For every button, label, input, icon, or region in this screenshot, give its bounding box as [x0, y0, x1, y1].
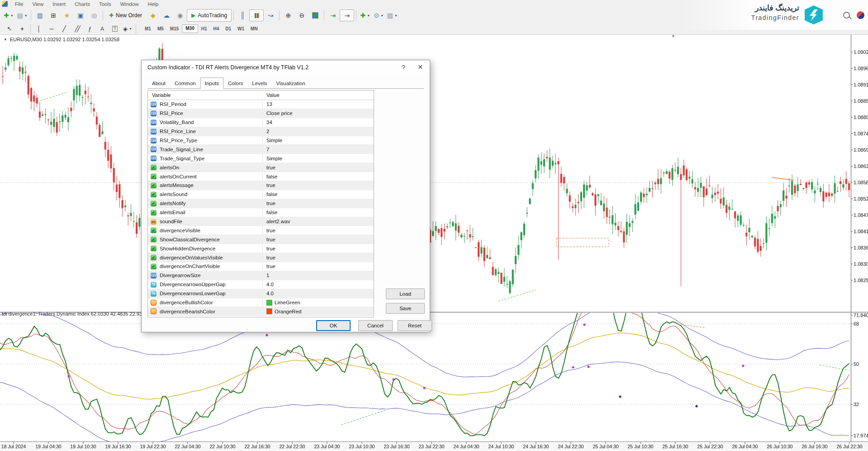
- value-cell[interactable]: Simple: [262, 156, 374, 161]
- templates-button[interactable]: ▨▼: [385, 10, 399, 21]
- one-click-expand-icon[interactable]: ▼: [4, 38, 7, 42]
- load-button[interactable]: Load: [386, 288, 425, 299]
- tab-colors[interactable]: Colors: [223, 78, 247, 89]
- timeframe-h4[interactable]: H4: [210, 25, 223, 33]
- autotrading-button[interactable]: ▶AutoTrading: [187, 9, 232, 22]
- tab-inputs[interactable]: Inputs: [200, 77, 223, 89]
- table-row[interactable]: ✓alertsOntrue: [148, 163, 374, 172]
- channel-button[interactable]: ╱╱: [71, 24, 83, 34]
- table-row[interactable]: ½DivergencearrowsUpperGap4.0: [148, 280, 374, 289]
- value-cell[interactable]: Close price: [262, 110, 374, 116]
- table-row[interactable]: ✓ShowClassicalDivergencetrue: [148, 235, 374, 244]
- tile-windows-button[interactable]: [308, 10, 322, 21]
- value-cell[interactable]: 4.0: [262, 282, 374, 287]
- table-row[interactable]: 123Volatility_Band34: [148, 118, 374, 127]
- menu-charts[interactable]: Charts: [70, 1, 95, 7]
- navigator-button[interactable]: ★: [60, 10, 74, 21]
- terminal-button[interactable]: ▣: [74, 10, 87, 21]
- profiles-button[interactable]: ▤▼: [15, 10, 29, 21]
- menu-view[interactable]: View: [28, 1, 48, 7]
- table-row[interactable]: divergenceBearishColorOrangeRed: [148, 307, 374, 316]
- menu-help[interactable]: Help: [143, 1, 163, 7]
- menu-tools[interactable]: Tools: [95, 1, 116, 7]
- timeframe-w1[interactable]: W1: [234, 25, 247, 33]
- timeframe-m5[interactable]: M5: [154, 25, 167, 33]
- value-cell[interactable]: Simple: [262, 138, 374, 143]
- price-chart-canvas[interactable]: [0, 0, 868, 451]
- bar-chart-button[interactable]: ║: [236, 10, 249, 21]
- search-icon[interactable]: [843, 12, 850, 19]
- trendline-button[interactable]: ╱: [58, 24, 71, 34]
- indicators-button[interactable]: ✚▼: [358, 10, 372, 21]
- metaeditor-button[interactable]: ◆: [146, 10, 160, 21]
- arrows-button[interactable]: ◈▼: [121, 24, 134, 34]
- table-row[interactable]: 123RSI_Price_Line2: [148, 127, 374, 136]
- periods-button[interactable]: ⊙▼: [372, 10, 385, 21]
- value-cell[interactable]: true: [262, 228, 374, 233]
- vertical-line-button[interactable]: │: [33, 24, 45, 34]
- dialog-help-button[interactable]: ?: [402, 64, 405, 71]
- timeframe-mn[interactable]: MN: [247, 25, 261, 33]
- timeframe-d1[interactable]: D1: [222, 25, 234, 33]
- candlestick-chart-button[interactable]: [249, 10, 264, 21]
- text-label-button[interactable]: T: [109, 24, 121, 34]
- strategy-tester-button[interactable]: ◎: [87, 10, 101, 21]
- cancel-button[interactable]: Cancel: [358, 320, 393, 331]
- value-cell[interactable]: true: [262, 165, 374, 170]
- tab-visualization[interactable]: Visualization: [272, 78, 310, 89]
- menu-file[interactable]: File: [10, 1, 28, 7]
- value-cell[interactable]: alert2.wav: [262, 219, 374, 224]
- new-order-button[interactable]: ✚New Order: [105, 10, 146, 21]
- save-button[interactable]: Save: [386, 303, 425, 314]
- value-cell[interactable]: false: [262, 192, 374, 197]
- tab-common[interactable]: Common: [170, 78, 200, 89]
- dialog-close-icon[interactable]: ✕: [417, 63, 423, 71]
- table-row[interactable]: 123RSI_Period13: [148, 100, 374, 109]
- value-cell[interactable]: true: [262, 246, 374, 251]
- inputs-table[interactable]: Variable Value 123RSI_Period13123RSI_Pri…: [147, 90, 374, 317]
- table-row[interactable]: ✓alertsEmailfalse: [148, 208, 374, 217]
- value-cell[interactable]: true: [262, 182, 374, 188]
- horizontal-line-button[interactable]: ─: [45, 24, 58, 34]
- ok-button[interactable]: OK: [316, 320, 351, 331]
- table-row[interactable]: ½DivergencearrowsLowerGap4.0: [148, 289, 374, 298]
- market-watch-button[interactable]: ▥: [33, 10, 47, 21]
- value-cell[interactable]: OrangeRed: [262, 308, 374, 314]
- table-row[interactable]: 123Trade_Signal_TypeSimple: [148, 154, 374, 163]
- cursor-button[interactable]: ↖: [3, 24, 16, 34]
- new-chart-button[interactable]: ✚▼: [2, 10, 15, 21]
- value-cell[interactable]: 2: [262, 129, 374, 134]
- dialog-title[interactable]: Custom Indicator - TDI RT Alerts Diverge…: [142, 60, 430, 75]
- value-cell[interactable]: true: [262, 237, 374, 242]
- table-row[interactable]: ✓divergenceVisibletrue: [148, 226, 374, 235]
- zoom-in-button[interactable]: ⊕: [281, 10, 295, 21]
- value-cell[interactable]: true: [262, 264, 374, 269]
- value-cell[interactable]: true: [262, 201, 374, 206]
- timeframe-m15[interactable]: M15: [167, 25, 182, 33]
- reset-button[interactable]: Reset: [398, 320, 432, 331]
- auto-scroll-button[interactable]: ⇥: [326, 10, 340, 21]
- table-row[interactable]: ✓ShowHiddenDivergencetrue: [148, 244, 374, 253]
- timeframe-h1[interactable]: H1: [198, 25, 210, 33]
- experts-button[interactable]: ☁: [160, 10, 173, 21]
- profile-badge-icon[interactable]: [857, 11, 864, 19]
- value-cell[interactable]: false: [262, 210, 374, 215]
- value-cell[interactable]: 34: [262, 120, 374, 125]
- market-button[interactable]: ◉: [173, 10, 187, 21]
- text-button[interactable]: A: [96, 24, 109, 34]
- table-row[interactable]: ✓alertsMessagetrue: [148, 181, 374, 190]
- fibonacci-button[interactable]: ƒ: [83, 24, 96, 34]
- value-cell[interactable]: LimeGreen: [262, 300, 374, 306]
- table-row[interactable]: absoundFilealert2.wav: [148, 217, 374, 226]
- value-cell[interactable]: 13: [262, 101, 374, 107]
- value-cell[interactable]: false: [262, 174, 374, 179]
- table-row[interactable]: divergenceBullishColorLimeGreen: [148, 298, 374, 307]
- data-window-button[interactable]: ⊞: [47, 10, 60, 21]
- timeframe-m1[interactable]: M1: [142, 25, 154, 33]
- chart-shift-button[interactable]: ⇥: [340, 10, 354, 21]
- menu-window[interactable]: Window: [116, 1, 143, 7]
- table-row[interactable]: ✓divergenceOnChartVisibletrue: [148, 262, 374, 271]
- crosshair-button[interactable]: +: [16, 24, 28, 34]
- value-cell[interactable]: 1: [262, 273, 374, 278]
- timeframe-m30[interactable]: M30: [182, 24, 198, 33]
